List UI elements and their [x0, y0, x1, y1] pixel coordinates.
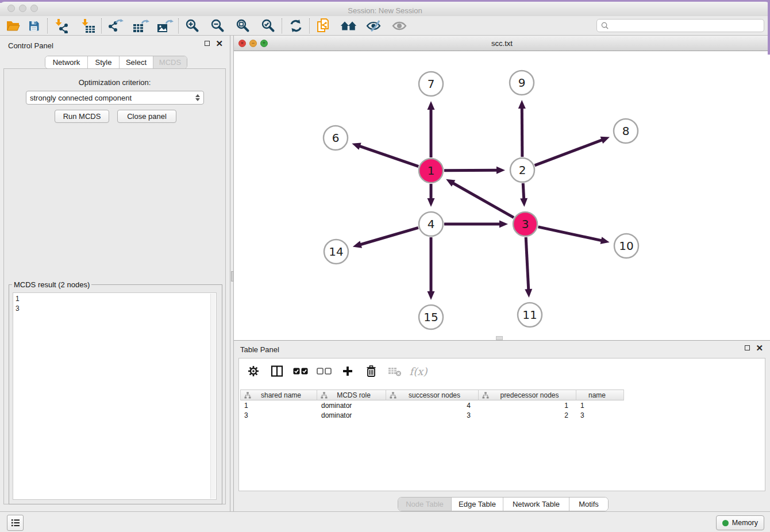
search-icon	[601, 22, 609, 29]
edge-arrowhead	[600, 237, 610, 244]
edge-3-11[interactable]	[526, 237, 529, 291]
desktop-background-strip-right	[768, 0, 770, 55]
column-header-shared-name[interactable]: shared name	[240, 390, 317, 400]
toolbar-separator	[309, 18, 310, 33]
add-column-icon[interactable]	[340, 364, 355, 379]
edge-2-9[interactable]	[522, 107, 522, 157]
table-cell[interactable]: 1	[479, 400, 576, 410]
open-session-icon[interactable]	[5, 17, 22, 34]
table-cell[interactable]: 1	[576, 400, 624, 410]
mcds-result-group: MCDS result (2 nodes) 13	[9, 284, 222, 504]
table-row[interactable]: 1dominator411	[240, 400, 624, 410]
list-icon	[11, 519, 20, 527]
graph-node-label: 1	[428, 164, 435, 178]
table-cell[interactable]: dominator	[317, 410, 386, 420]
first-neighbors-icon[interactable]	[340, 17, 357, 34]
table-cell[interactable]: 3	[386, 410, 479, 420]
table-cell[interactable]: 3	[240, 410, 317, 420]
export-network-icon[interactable]	[107, 17, 124, 34]
zoom-out-icon[interactable]	[209, 17, 226, 34]
memory-button[interactable]: Memory	[716, 515, 764, 530]
tab-mcds[interactable]: MCDS	[153, 56, 187, 68]
zoom-fit-icon[interactable]	[234, 17, 252, 34]
table-panel-float-icon[interactable]	[745, 345, 750, 350]
run-mcds-button[interactable]: Run MCDS	[55, 110, 109, 123]
graph-node-label: 9	[518, 76, 526, 90]
search-field[interactable]	[596, 19, 764, 32]
tab-select[interactable]: Select	[120, 56, 153, 68]
network-resize-grip[interactable]	[496, 336, 503, 340]
zoom-selected-icon[interactable]	[260, 17, 277, 34]
table-panel-title: Table Panel	[240, 345, 279, 354]
table-panel: Table Panel ✕	[234, 340, 770, 511]
show-all-eye-icon[interactable]	[391, 17, 408, 34]
mcds-result-line: 3	[16, 304, 216, 314]
export-image-icon[interactable]	[156, 17, 174, 34]
criterion-select[interactable]: strongly connected component	[26, 91, 204, 105]
mcds-result-textarea[interactable]: 13	[13, 292, 217, 500]
close-panel-button[interactable]: Close panel	[117, 110, 176, 123]
edge-3-10[interactable]	[538, 227, 602, 241]
result-scrollbar[interactable]	[210, 294, 215, 499]
table-row[interactable]: 3dominator323	[240, 410, 624, 420]
control-panel-close-icon[interactable]: ✕	[215, 41, 223, 46]
control-panel-float-icon[interactable]	[205, 41, 210, 46]
refresh-layout-icon[interactable]	[287, 17, 305, 34]
graph-node-label: 15	[424, 310, 438, 324]
control-panel-title: Control Panel	[8, 41, 53, 50]
network-view-window: × − + scc.txt 7968124314101511	[234, 36, 770, 340]
memory-status-dot	[722, 520, 729, 526]
tab-style[interactable]: Style	[88, 56, 120, 68]
column-header-successor-nodes[interactable]: successor nodes	[386, 390, 479, 400]
column-header-predecessor-nodes[interactable]: predecessor nodes	[479, 390, 576, 400]
edge-2-3[interactable]	[523, 183, 524, 200]
duplicate-network-icon[interactable]	[315, 17, 332, 34]
graph-node-label: 7	[428, 77, 435, 91]
panel-divider[interactable]	[230, 36, 234, 511]
select-chevrons-icon	[195, 94, 200, 101]
edge-4-14[interactable]	[359, 228, 418, 245]
toolbar-separator	[178, 18, 179, 33]
delete-table-icon[interactable]	[387, 364, 402, 379]
column-layout-icon[interactable]	[270, 364, 284, 379]
tab-node-table[interactable]: Node Table	[398, 498, 452, 511]
zoom-in-icon[interactable]	[184, 17, 201, 34]
select-all-checks-icon[interactable]	[293, 364, 308, 379]
network-window-title: scc.txt	[234, 39, 770, 48]
graph-node-label: 4	[428, 217, 435, 231]
table-cell[interactable]: 3	[576, 410, 624, 420]
search-input[interactable]	[611, 21, 764, 30]
tab-network-table[interactable]: Network Table	[503, 498, 569, 511]
hide-selected-eye-icon[interactable]	[365, 17, 383, 34]
status-bar: Memory	[0, 511, 770, 532]
table-panel-close-icon[interactable]: ✕	[756, 345, 763, 350]
tab-edge-table[interactable]: Edge Table	[452, 498, 503, 511]
table-cell[interactable]: 1	[240, 400, 317, 410]
tab-motifs[interactable]: Motifs	[569, 498, 608, 511]
save-session-icon[interactable]	[25, 17, 43, 34]
task-history-button[interactable]	[7, 515, 24, 531]
table-cell[interactable]: 4	[386, 400, 479, 410]
network-canvas[interactable]: 7968124314101511	[234, 51, 770, 340]
tab-network[interactable]: Network	[45, 56, 88, 68]
table-cell[interactable]: 2	[479, 410, 576, 420]
graph-node-label: 11	[522, 308, 537, 322]
graph-node-label: 10	[619, 239, 633, 253]
edge-1-2[interactable]	[444, 170, 498, 171]
delete-column-trash-icon[interactable]	[364, 364, 379, 379]
column-header-name[interactable]: name	[576, 390, 624, 400]
edge-2-8[interactable]	[535, 140, 603, 165]
function-builder-icon[interactable]: f(x)	[411, 364, 426, 379]
edge-3-1[interactable]	[452, 183, 514, 218]
column-header-MCDS-role[interactable]: MCDS role	[317, 390, 386, 400]
memory-label: Memory	[732, 519, 758, 527]
export-table-icon[interactable]	[132, 17, 149, 34]
graph-node-label: 14	[329, 245, 343, 259]
import-table-icon[interactable]	[79, 17, 97, 34]
deselect-all-checks-icon[interactable]	[317, 364, 332, 379]
table-cell[interactable]: dominator	[317, 400, 386, 410]
settings-gear-icon[interactable]	[246, 364, 261, 379]
edge-1-6[interactable]	[359, 146, 419, 167]
import-network-icon[interactable]	[53, 17, 70, 34]
mcds-panel: Optimization criterion: strongly connect…	[3, 68, 226, 504]
